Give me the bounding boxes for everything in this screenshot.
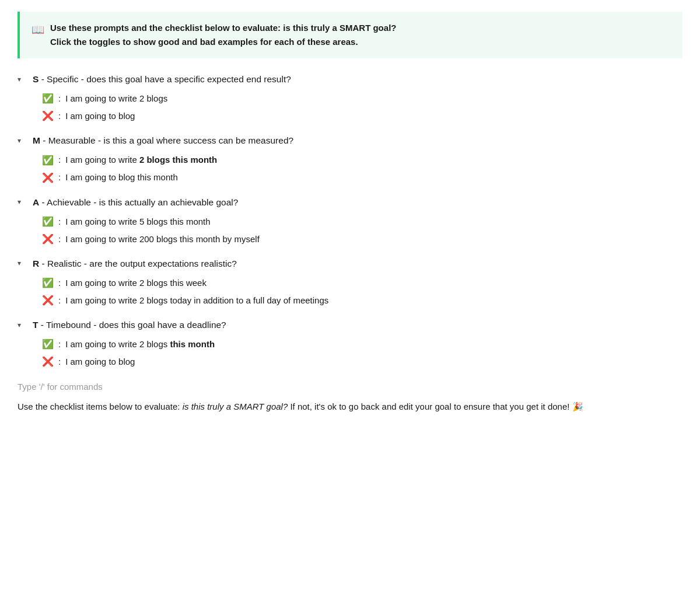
section-header-S[interactable]: ▾S - Specific - does this goal have a sp…: [18, 72, 682, 86]
callout-line1: Use these prompts and the checklist belo…: [50, 23, 396, 33]
check-icon-T: ✅: [42, 337, 54, 351]
x-icon-R: ❌: [42, 294, 54, 308]
bad-colon-T: :: [58, 355, 61, 369]
x-icon-S: ❌: [42, 109, 54, 123]
section-header-T[interactable]: ▾T - Timebound - does this goal have a d…: [18, 318, 682, 331]
section-title-A: A - Achievable - is this actually an ach…: [33, 195, 238, 209]
toggle-arrow-A[interactable]: ▾: [18, 197, 27, 207]
bad-example-M: ❌ : I am going to blog this month: [42, 171, 682, 185]
smart-section-S: ▾S - Specific - does this goal have a sp…: [18, 72, 682, 123]
examples-A: ✅ : I am going to write 5 blogs this mon…: [18, 215, 682, 246]
bad-example-R: ❌ : I am going to write 2 blogs today in…: [42, 294, 682, 308]
bad-text-S: I am going to blog: [65, 110, 135, 123]
good-colon-S: :: [58, 92, 61, 106]
examples-S: ✅ : I am going to write 2 blogs❌ : I am …: [18, 92, 682, 123]
divider-area: Type '/' for commands: [18, 380, 682, 394]
examples-R: ✅ : I am going to write 2 blogs this wee…: [18, 276, 682, 308]
section-title-R: R - Realistic - are the output expectati…: [33, 257, 237, 270]
bad-colon-R: :: [58, 294, 61, 308]
section-header-R[interactable]: ▾R - Realistic - are the output expectat…: [18, 257, 682, 270]
callout-line2: Click the toggles to show good and bad e…: [50, 37, 358, 47]
bottom-italic: is this truly a SMART goal?: [183, 402, 288, 411]
callout-box: 📖 Use these prompts and the checklist be…: [18, 12, 682, 58]
bad-text-A: I am going to write 200 blogs this month…: [65, 233, 260, 246]
section-title-M: M - Measurable - is this a goal where su…: [33, 134, 293, 147]
x-icon-M: ❌: [42, 171, 54, 185]
bad-text-M: I am going to blog this month: [65, 171, 178, 184]
good-example-A: ✅ : I am going to write 5 blogs this mon…: [42, 215, 682, 229]
good-colon-A: :: [58, 215, 61, 229]
callout-book-icon: 📖: [32, 22, 44, 38]
good-example-R: ✅ : I am going to write 2 blogs this wee…: [42, 276, 682, 290]
good-example-S: ✅ : I am going to write 2 blogs: [42, 92, 682, 106]
check-icon-A: ✅: [42, 215, 54, 229]
examples-T: ✅ : I am going to write 2 blogs this mon…: [18, 337, 682, 369]
good-text-A: I am going to write 5 blogs this month: [65, 215, 210, 229]
bad-colon-S: :: [58, 110, 61, 123]
good-text-T: I am going to write 2 blogs this month: [65, 338, 215, 351]
section-letter-M: M: [33, 135, 40, 145]
smart-section-A: ▾A - Achievable - is this actually an ac…: [18, 195, 682, 246]
smart-sections: ▾S - Specific - does this goal have a sp…: [18, 72, 682, 369]
check-icon-R: ✅: [42, 276, 54, 290]
bad-example-T: ❌ : I am going to blog: [42, 355, 682, 369]
good-example-M: ✅ : I am going to write 2 blogs this mon…: [42, 153, 682, 167]
bottom-suffix: If not, it's ok to go back and edit your…: [288, 402, 583, 411]
section-header-A[interactable]: ▾A - Achievable - is this actually an ac…: [18, 195, 682, 209]
section-letter-A: A: [33, 197, 39, 207]
bottom-prefix: Use the checklist items below to evaluat…: [18, 402, 183, 411]
examples-M: ✅ : I am going to write 2 blogs this mon…: [18, 153, 682, 185]
toggle-arrow-M[interactable]: ▾: [18, 135, 27, 146]
x-icon-A: ❌: [42, 232, 54, 246]
check-icon-S: ✅: [42, 92, 54, 106]
bottom-text: Use the checklist items below to evaluat…: [18, 400, 682, 414]
good-colon-R: :: [58, 277, 61, 290]
bad-example-S: ❌ : I am going to blog: [42, 109, 682, 123]
good-text-M: I am going to write 2 blogs this month: [65, 153, 217, 167]
bad-text-R: I am going to write 2 blogs today in add…: [65, 294, 328, 308]
toggle-arrow-S[interactable]: ▾: [18, 74, 27, 85]
bad-text-T: I am going to blog: [65, 355, 135, 369]
x-icon-T: ❌: [42, 355, 54, 369]
good-colon-M: :: [58, 153, 61, 167]
bad-colon-M: :: [58, 171, 61, 184]
check-icon-M: ✅: [42, 153, 54, 167]
section-title-S: S - Specific - does this goal have a spe…: [33, 72, 291, 86]
smart-section-R: ▾R - Realistic - are the output expectat…: [18, 257, 682, 308]
section-letter-T: T: [33, 320, 38, 330]
smart-section-M: ▾M - Measurable - is this a goal where s…: [18, 134, 682, 184]
good-text-R: I am going to write 2 blogs this week: [65, 277, 206, 290]
toggle-arrow-R[interactable]: ▾: [18, 258, 27, 268]
section-title-T: T - Timebound - does this goal have a de…: [33, 318, 226, 331]
toggle-arrow-T[interactable]: ▾: [18, 320, 27, 330]
good-text-S: I am going to write 2 blogs: [65, 92, 167, 106]
good-colon-T: :: [58, 338, 61, 351]
type-command-hint[interactable]: Type '/' for commands: [18, 380, 682, 394]
bad-colon-A: :: [58, 233, 61, 246]
smart-section-T: ▾T - Timebound - does this goal have a d…: [18, 318, 682, 369]
section-letter-S: S: [33, 74, 38, 84]
good-example-T: ✅ : I am going to write 2 blogs this mon…: [42, 337, 682, 351]
section-letter-R: R: [33, 259, 39, 268]
section-header-M[interactable]: ▾M - Measurable - is this a goal where s…: [18, 134, 682, 147]
callout-text: Use these prompts and the checklist belo…: [50, 21, 396, 49]
bad-example-A: ❌ : I am going to write 200 blogs this m…: [42, 232, 682, 246]
